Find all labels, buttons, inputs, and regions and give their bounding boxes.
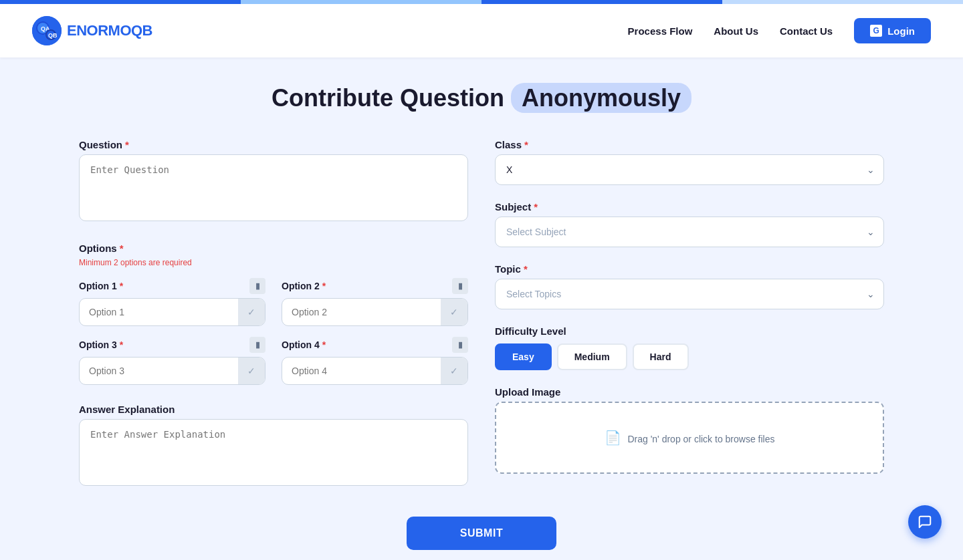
main-content: Contribute Question Anonymously Question… [47,57,916,560]
option-3-label: Option 3 * ▮ [79,337,265,353]
option-3-input-wrap: ✓ [79,357,265,385]
subject-select[interactable]: Select Subject Mathematics Science Engli… [495,217,884,247]
page-title-highlight: Anonymously [511,83,691,113]
question-field-group: Question * [79,139,468,224]
class-select-wrap: X IX VIII VII ⌄ [495,154,884,185]
option-4-label: Option 4 * ▮ [282,337,468,353]
answer-label: Answer Explanation [79,404,468,415]
chat-bubble[interactable] [908,505,942,539]
subject-field-group: Subject * Select Subject Mathematics Sci… [495,201,884,247]
option-2-delete-icon[interactable]: ▮ [452,278,468,294]
nav-links: Process Flow About Us Contact Us G Login [628,18,931,43]
subject-select-wrap: Select Subject Mathematics Science Engli… [495,217,884,247]
form-grid: Question * Options * Minimum 2 options a… [79,139,884,490]
option-3-check[interactable]: ✓ [238,358,265,384]
submit-section: SUBMIT [79,517,884,550]
page-title: Contribute Question Anonymously [79,84,884,112]
option-4-group: Option 4 * ▮ ✓ [282,337,468,385]
option-2-input[interactable] [282,299,441,325]
difficulty-easy-button[interactable]: Easy [495,343,552,370]
option-1-input[interactable] [80,299,238,325]
difficulty-hard-button[interactable]: Hard [633,343,689,370]
answer-section: Answer Explanation [79,404,468,488]
option-2-input-wrap: ✓ [282,298,468,326]
option-3-group: Option 3 * ▮ ✓ [79,337,265,385]
answer-textarea[interactable] [79,419,468,486]
difficulty-buttons: Easy Medium Hard [495,343,884,370]
subject-label: Subject * [495,201,884,213]
options-helper: Minimum 2 options are required [79,258,468,267]
option-3-input[interactable] [80,358,238,384]
difficulty-section: Difficulty Level Easy Medium Hard [495,325,884,370]
option-2-check[interactable]: ✓ [441,299,467,325]
class-label: Class * [495,139,884,150]
option-2-group: Option 2 * ▮ ✓ [282,278,468,326]
upload-label: Upload Image [495,386,884,398]
options-label: Options * [79,243,468,254]
class-field-group: Class * X IX VIII VII ⌄ [495,139,884,185]
upload-file-icon: 📄 [605,430,621,445]
question-textarea[interactable] [79,154,468,221]
nav-process-flow[interactable]: Process Flow [628,25,693,37]
question-label: Question * [79,139,468,150]
option-1-check[interactable]: ✓ [238,299,265,325]
topic-select-wrap: Select Topics Algebra Geometry ⌄ [495,279,884,309]
svg-text:QB: QB [48,32,58,39]
upload-text: Drag 'n' drop or click to browse files [627,434,774,444]
option-1-group: Option 1 * ▮ ✓ [79,278,265,326]
form-left: Question * Options * Minimum 2 options a… [79,139,468,490]
option-1-label: Option 1 * ▮ [79,278,265,294]
topic-select[interactable]: Select Topics Algebra Geometry [495,279,884,309]
upload-section: Upload Image 📄 Drag 'n' drop or click to… [495,386,884,474]
logo-text: ENORMOQB [67,22,152,39]
question-required: * [125,139,129,150]
topic-label: Topic * [495,263,884,275]
progress-seg-3 [481,0,722,4]
option-2-label: Option 2 * ▮ [282,278,468,294]
upload-box[interactable]: 📄 Drag 'n' drop or click to browse files [495,402,884,474]
logo[interactable]: QA QB ENORMOQB [32,16,152,45]
progress-seg-1 [0,0,241,4]
progress-seg-2 [241,0,481,4]
login-label: Login [887,25,915,37]
logo-icon: QA QB [32,16,62,45]
difficulty-medium-button[interactable]: Medium [557,343,627,370]
progress-bar [0,0,963,4]
google-icon: G [870,25,882,37]
options-grid: Option 1 * ▮ ✓ [79,278,468,385]
difficulty-label: Difficulty Level [495,325,884,337]
option-1-input-wrap: ✓ [79,298,265,326]
nav-about-us[interactable]: About Us [714,25,758,37]
option-3-delete-icon[interactable]: ▮ [249,337,265,353]
topic-field-group: Topic * Select Topics Algebra Geometry ⌄ [495,263,884,309]
option-4-check[interactable]: ✓ [441,358,467,384]
login-button[interactable]: G Login [854,18,931,43]
option-4-delete-icon[interactable]: ▮ [452,337,468,353]
class-select[interactable]: X IX VIII VII [495,154,884,185]
navbar: QA QB ENORMOQB Process Flow About Us Con… [0,4,963,57]
options-section: Options * Minimum 2 options are required… [79,243,468,385]
submit-button[interactable]: SUBMIT [407,517,556,550]
option-4-input-wrap: ✓ [282,357,468,385]
progress-seg-4 [722,0,963,4]
form-right: Class * X IX VIII VII ⌄ Subject [495,139,884,490]
option-4-input[interactable] [282,358,441,384]
nav-contact-us[interactable]: Contact Us [780,25,833,37]
option-1-delete-icon[interactable]: ▮ [249,278,265,294]
page-title-part1: Contribute Question [272,84,504,112]
